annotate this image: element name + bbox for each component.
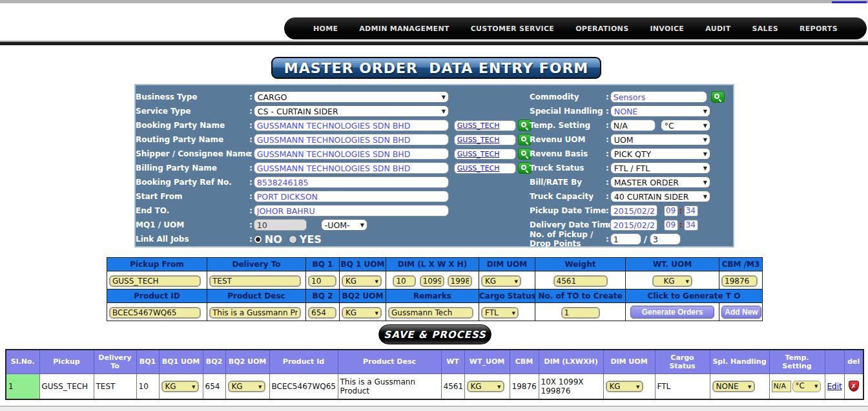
bq1-uom-select[interactable]: KG▼ <box>342 275 382 287</box>
col-to-count: No. of TO to Create <box>535 290 626 303</box>
nav-item-reports[interactable]: REPORTS <box>800 25 838 33</box>
pickup-drop-points-row: No. of Pickup / Drop Points : / <box>530 229 681 249</box>
dim-uom-select[interactable]: KG▼ <box>481 275 521 287</box>
pickup-datetime-row: Pickup Date Time : : <box>530 204 698 217</box>
saved-orders-grid: Sl.No. Pickup Delivery To BQ1 BQ1 UOM BQ… <box>5 349 864 400</box>
truck-status-row: Truck Status : FTL / FTL ▼ <box>530 162 710 174</box>
col-wt: WT <box>441 350 464 374</box>
nav-item-operations[interactable]: OPERATIONS <box>575 25 628 33</box>
revenu-uom-row: Revenu UOM : UOM ▼ <box>530 133 710 146</box>
chevron-down-icon: ▼ <box>703 151 707 157</box>
nav-item-sales[interactable]: SALES <box>752 25 778 33</box>
weight-input[interactable] <box>553 275 608 287</box>
business-type-row: Business Type : CARGO ▼ <box>136 90 449 103</box>
dim-l-input[interactable] <box>393 275 416 287</box>
chevron-down-icon: ▼ <box>375 279 378 284</box>
delivery-minute-input[interactable] <box>684 220 698 231</box>
cargo-status-select[interactable]: FTL▼ <box>481 307 519 319</box>
cbm-input[interactable] <box>721 275 758 287</box>
col-bq1-uom: BQ 1 UOM <box>340 258 386 271</box>
chevron-down-icon: ▼ <box>636 385 639 390</box>
pickup-points-input[interactable] <box>610 233 641 245</box>
service-type-select[interactable]: CS - CURTAIN SIDER ▼ <box>254 105 449 117</box>
grid-wt-uom-select[interactable]: KG▼ <box>467 381 504 392</box>
chevron-down-icon: ▼ <box>703 109 707 114</box>
commodity-input[interactable] <box>610 91 707 103</box>
delete-icon[interactable]: ✗ <box>849 381 859 392</box>
pickup-from-input[interactable] <box>109 275 201 287</box>
commodity-search-button[interactable] <box>711 91 725 103</box>
product-id-input[interactable] <box>109 307 201 319</box>
grid-spl-handling-select[interactable]: NONE▼ <box>712 381 755 392</box>
dim-h-input[interactable] <box>448 275 472 287</box>
special-handling-label: Special Handling <box>530 107 606 116</box>
pickup-drop-points-label: No. of Pickup / Drop Points <box>530 230 606 248</box>
pickup-date-input[interactable] <box>610 205 657 216</box>
start-from-input[interactable] <box>254 191 449 202</box>
save-process-button[interactable]: SAVE & PROCESS <box>378 324 491 344</box>
billing-party-input[interactable] <box>254 162 449 174</box>
temp-setting-input[interactable] <box>610 120 656 131</box>
truck-capacity-select[interactable]: 40 CURTAIN SIDER ▼ <box>610 191 710 202</box>
truck-status-select[interactable]: FTL / FTL ▼ <box>610 162 710 174</box>
nav-item-home[interactable]: HOME <box>313 25 338 33</box>
service-type-row: Service Type : CS - CURTAIN SIDER ▼ <box>136 105 449 118</box>
revenu-uom-select[interactable]: UOM ▼ <box>610 134 710 145</box>
booking-party-code-link[interactable]: GUSS_TECH <box>454 120 516 131</box>
col-temp-setting: Temp. Setting <box>769 350 825 374</box>
nav-item-customer-service[interactable]: CUSTOMER SERVICE <box>471 25 554 33</box>
revenu-basis-select[interactable]: PICK QTY ▼ <box>610 148 710 160</box>
col-wt-uom: WT_UOM <box>464 350 510 374</box>
routing-party-input[interactable] <box>254 134 449 145</box>
bill-rate-by-select[interactable]: MASTER ORDER ▼ <box>610 176 710 188</box>
pickup-minute-input[interactable] <box>684 206 698 216</box>
pickup-hour-input[interactable] <box>664 206 678 216</box>
grid-temp-input[interactable] <box>772 381 791 392</box>
shipper-consignee-code-link[interactable]: GUSS_TECH <box>454 149 516 160</box>
generate-orders-button[interactable]: Generate Orders <box>630 306 714 319</box>
grid-temp-unit-select[interactable]: °C▼ <box>792 381 821 392</box>
routing-party-code-link[interactable]: GUSS_TECH <box>454 134 516 145</box>
order-header-row-1: Pickup From Delivery To BQ 1 BQ 1 UOM DI… <box>107 258 763 271</box>
remarks-input[interactable] <box>388 307 473 319</box>
uom-select[interactable]: -UOM- ▼ <box>321 219 367 231</box>
booking-ref-input[interactable] <box>254 176 449 188</box>
col-cbm: CBM <box>510 350 539 374</box>
special-handling-row: Special Handling : NONE ▼ <box>530 105 710 118</box>
end-to-input[interactable] <box>254 205 449 216</box>
special-handling-select[interactable]: NONE ▼ <box>610 105 710 117</box>
link-all-jobs-no-radio[interactable] <box>254 235 262 244</box>
billing-party-code-link[interactable]: GUSS_TECH <box>454 163 516 174</box>
bq1-input[interactable] <box>308 275 336 287</box>
nav-item-invoice[interactable]: INVOICE <box>650 25 684 33</box>
temp-unit-select[interactable]: °C ▼ <box>661 120 710 131</box>
edit-link[interactable]: Edit <box>827 382 842 391</box>
search-icon <box>714 94 719 99</box>
business-type-select[interactable]: CARGO ▼ <box>254 91 449 103</box>
link-all-jobs-yes-radio[interactable] <box>289 235 297 244</box>
add-new-button[interactable]: Add New <box>721 306 761 319</box>
grid-cell-bq2: 654 <box>203 374 225 399</box>
revenu-basis-row: Revenu Basis : PICK QTY ▼ <box>530 147 710 160</box>
to-count-input[interactable] <box>561 307 600 319</box>
drop-points-input[interactable] <box>650 233 681 245</box>
grid-bq1-uom-select[interactable]: KG▼ <box>161 381 199 392</box>
bill-rate-by-row: Bill/RATE By : MASTER ORDER ▼ <box>530 176 710 189</box>
billing-party-label: Billing Party Name <box>136 163 249 173</box>
mq1-input[interactable] <box>254 219 307 231</box>
delivery-to-input[interactable] <box>209 275 301 287</box>
dim-w-input[interactable] <box>420 275 444 287</box>
shipper-consignee-input[interactable] <box>254 148 449 160</box>
bq2-uom-select[interactable]: KG▼ <box>342 307 382 319</box>
grid-bq2-uom-select[interactable]: KG▼ <box>228 381 265 392</box>
end-to-label: End TO. <box>136 206 249 215</box>
nav-item-admin-management[interactable]: ADMIN MANAGEMENT <box>359 25 449 33</box>
temp-setting-row: Temp. Setting : °C ▼ <box>530 119 710 132</box>
product-desc-input[interactable] <box>209 307 301 319</box>
nav-item-audit[interactable]: AUDIT <box>705 25 730 33</box>
grid-dim-uom-select[interactable]: KG▼ <box>606 381 643 392</box>
booking-party-input[interactable] <box>254 120 449 131</box>
bq2-input[interactable] <box>308 307 336 319</box>
commodity-row: Commodity : <box>530 90 725 103</box>
wt-uom-select[interactable]: KG▼ <box>652 275 692 287</box>
